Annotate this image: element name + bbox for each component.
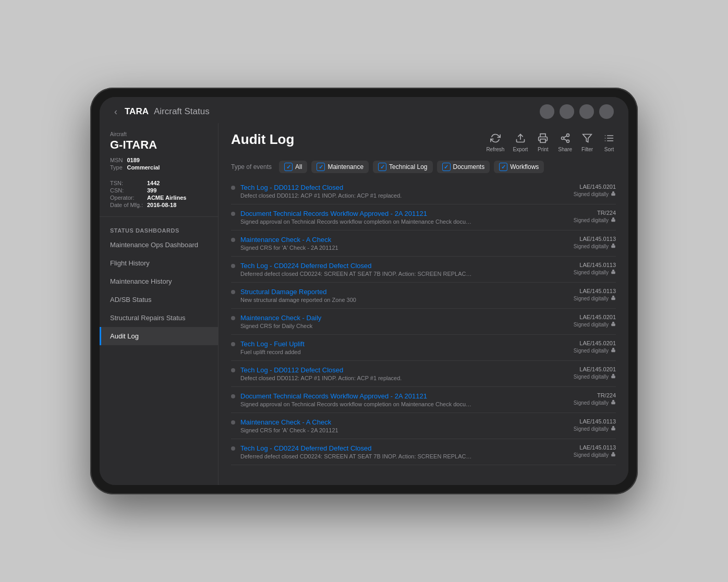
lock-icon-entry3	[611, 243, 616, 249]
log-ref-entry3: LAE/145.0113	[579, 236, 616, 242]
filter-chip-technical-log[interactable]: ✓Technical Log	[373, 161, 432, 173]
refresh-icon	[489, 131, 502, 145]
msn-label: MSN	[110, 157, 123, 163]
filter-chip-all[interactable]: ✓All	[279, 161, 307, 173]
log-item-entry2[interactable]: Document Technical Records Workflow Appr…	[231, 204, 616, 231]
filter-chip-documents[interactable]: ✓Documents	[437, 161, 490, 173]
log-title-entry1: Tech Log - DD0112 Defect Closed	[240, 184, 568, 191]
aircraft-details: MSN 0189 Type Commercial	[110, 157, 208, 171]
title-bar-title: TARA Aircraft Status	[125, 106, 210, 117]
log-desc-entry2: Signed approval on Technical Records wor…	[240, 219, 475, 225]
nav-items-container: Maintenance Ops DashboardFlight HistoryM…	[100, 236, 218, 345]
refresh-button[interactable]: Refresh	[486, 131, 504, 152]
title-bar-left: ‹ TARA Aircraft Status	[114, 106, 210, 117]
log-signed-entry11: Signed digitally	[574, 452, 616, 458]
filter-bar-label: Type of events	[231, 163, 272, 171]
log-desc-entry6: Signed CRS for Daily Check	[240, 323, 475, 329]
log-signed-entry10: Signed digitally	[574, 426, 616, 432]
aircraft-info: Aircraft G-ITARA MSN 0189 Type Commercia…	[100, 131, 218, 217]
log-item-entry1[interactable]: Tech Log - DD0112 Defect ClosedDefect cl…	[231, 178, 616, 204]
log-list[interactable]: Tech Log - DD0112 Defect ClosedDefect cl…	[219, 178, 628, 485]
log-item-entry8[interactable]: Tech Log - DD0112 Defect ClosedDefect cl…	[231, 361, 616, 387]
sidebar-item-flight-history[interactable]: Flight History	[100, 254, 218, 272]
filter-chips-container: ✓All✓Maintenance✓Technical Log✓Documents…	[279, 161, 544, 173]
sidebar: Aircraft G-ITARA MSN 0189 Type Commercia…	[100, 123, 219, 485]
filter-checkbox-workflows: ✓	[499, 163, 507, 171]
aircraft-details-2: TSN: 1442 CSN: 399 Operator: ACME Airlin…	[110, 180, 208, 208]
log-item-entry11[interactable]: Tech Log - CD0224 Deferred Defect Closed…	[231, 439, 616, 465]
title-circle-2[interactable]	[560, 104, 574, 119]
log-item-entry3[interactable]: Maintenance Check - A CheckSigned CRS fo…	[231, 231, 616, 257]
filter-chip-workflows[interactable]: ✓Workflows	[494, 161, 544, 173]
type-value: Commercial	[127, 164, 208, 171]
log-content-entry3: Maintenance Check - A CheckSigned CRS fo…	[240, 236, 568, 251]
operator-value: ACME Airlines	[147, 195, 208, 201]
app-subtitle: Aircraft Status	[154, 106, 210, 117]
sort-button[interactable]: Sort	[602, 131, 616, 152]
title-bar-right	[540, 104, 614, 119]
export-button[interactable]: Export	[513, 131, 528, 152]
svg-rect-17	[611, 272, 615, 274]
log-item-entry9[interactable]: Document Technical Records Workflow Appr…	[231, 387, 616, 413]
log-meta-entry2: TR/224Signed digitally	[574, 210, 616, 223]
title-circle-3[interactable]	[579, 104, 594, 119]
filter-icon	[580, 131, 594, 145]
log-signed-entry6: Signed digitally	[574, 321, 616, 328]
aircraft-name: G-ITARA	[110, 138, 208, 152]
log-item-entry4[interactable]: Tech Log - CD0224 Deferred Defect Closed…	[231, 257, 616, 283]
log-ref-entry6: LAE/145.0201	[579, 314, 616, 320]
right-panel: Audit Log RefreshExportPrintShareFilterS…	[219, 123, 628, 485]
filter-button[interactable]: Filter	[580, 131, 594, 152]
print-button[interactable]: Print	[536, 131, 550, 152]
sidebar-item-maintenance-history[interactable]: Maintenance History	[100, 272, 218, 290]
back-button[interactable]: ‹	[114, 106, 117, 117]
toolbar: RefreshExportPrintShareFilterSort	[486, 131, 616, 152]
log-item-entry10[interactable]: Maintenance Check - A CheckSigned CRS fo…	[231, 413, 616, 439]
log-item-entry6[interactable]: Maintenance Check - DailySigned CRS for …	[231, 309, 616, 335]
log-dot-entry1	[231, 186, 235, 190]
log-item-entry5[interactable]: Structural Damage ReportedNew structural…	[231, 283, 616, 309]
log-ref-entry11: LAE/145.0113	[579, 444, 616, 451]
log-ref-entry2: TR/224	[597, 210, 616, 216]
log-dot-entry3	[231, 238, 235, 242]
log-signed-entry3: Signed digitally	[574, 243, 616, 249]
title-circle-1[interactable]	[540, 104, 554, 119]
log-signed-entry4: Signed digitally	[574, 269, 616, 275]
log-signed-entry7: Signed digitally	[574, 347, 616, 354]
log-content-entry9: Document Technical Records Workflow Appr…	[240, 392, 568, 407]
log-dot-entry2	[231, 212, 235, 216]
log-meta-entry10: LAE/145.0113Signed digitally	[574, 418, 616, 432]
sidebar-item-maintenance-ops[interactable]: Maintenance Ops Dashboard	[100, 236, 218, 254]
tsn-value: 1442	[147, 180, 208, 186]
log-meta-entry5: LAE/145.0113Signed digitally	[574, 288, 616, 301]
log-signed-entry8: Signed digitally	[574, 373, 616, 380]
filter-checkbox-technical-log: ✓	[378, 163, 386, 171]
log-desc-entry8: Defect closed DD0112: ACP #1 INOP. Actio…	[240, 375, 475, 381]
share-button[interactable]: Share	[558, 131, 572, 152]
sidebar-item-audit-log[interactable]: Audit Log	[100, 327, 218, 345]
log-dot-entry9	[231, 394, 235, 398]
log-dot-entry10	[231, 420, 235, 425]
device-screen: ‹ TARA Aircraft Status Aircraft G-ITARA	[100, 97, 628, 485]
svg-rect-20	[611, 350, 615, 353]
filter-chip-maintenance[interactable]: ✓Maintenance	[311, 161, 369, 173]
svg-rect-22	[611, 402, 615, 405]
log-content-entry10: Maintenance Check - A CheckSigned CRS fo…	[240, 418, 568, 433]
filter-chip-label-documents: Documents	[453, 163, 485, 171]
log-meta-entry8: LAE/145.0201Signed digitally	[574, 366, 616, 380]
log-item-entry7[interactable]: Tech Log - Fuel UpliftFuel uplift record…	[231, 335, 616, 361]
export-icon	[514, 131, 527, 145]
sidebar-item-adsb-status[interactable]: AD/SB Status	[100, 290, 218, 309]
title-circle-4[interactable]	[599, 104, 614, 119]
sidebar-item-structural-repairs[interactable]: Structural Repairs Status	[100, 309, 218, 327]
audit-title: Audit Log	[231, 131, 294, 148]
log-meta-entry1: LAE/145.0201Signed digitally	[574, 184, 616, 197]
log-ref-entry10: LAE/145.0113	[579, 418, 616, 425]
app-name: TARA	[125, 106, 149, 117]
lock-icon-entry2	[611, 217, 616, 223]
log-signed-text-entry7: Signed digitally	[574, 348, 609, 354]
filter-chip-label-all: All	[295, 163, 302, 171]
filter-chip-label-maintenance: Maintenance	[327, 163, 363, 171]
log-meta-entry4: LAE/145.0113Signed digitally	[574, 262, 616, 275]
device-frame: ‹ TARA Aircraft Status Aircraft G-ITARA	[90, 88, 638, 494]
